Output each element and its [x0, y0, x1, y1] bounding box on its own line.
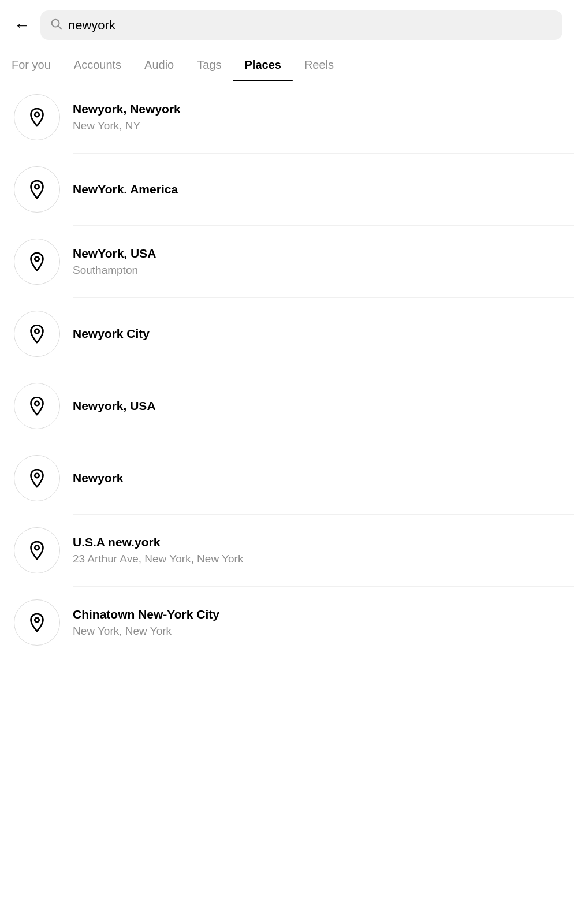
search-bar[interactable] — [40, 10, 562, 40]
place-icon-circle — [14, 455, 60, 501]
result-title: Chinatown New-York City — [73, 606, 560, 622]
tab-accounts[interactable]: Accounts — [62, 48, 133, 81]
list-item[interactable]: Newyork, NewyorkNew York, NY — [0, 81, 574, 153]
result-title: Newyork, Newyork — [73, 101, 560, 117]
result-text: Newyork, NewyorkNew York, NY — [73, 101, 560, 133]
result-subtitle: New York, NY — [73, 119, 560, 133]
svg-point-6 — [35, 401, 39, 406]
location-pin-icon — [27, 323, 47, 344]
result-subtitle: New York, New York — [73, 624, 560, 639]
location-pin-icon — [27, 396, 47, 416]
svg-point-4 — [35, 257, 39, 262]
svg-point-2 — [35, 113, 39, 117]
result-title: Newyork — [73, 470, 560, 486]
place-icon-circle — [14, 599, 60, 646]
place-icon-circle — [14, 527, 60, 573]
result-title: U.S.A new.york — [73, 534, 560, 550]
svg-point-9 — [35, 618, 39, 623]
place-icon-circle — [14, 166, 60, 213]
place-icon-circle — [14, 94, 60, 140]
back-arrow-icon: ← — [14, 17, 30, 33]
list-item[interactable]: Newyork, USA — [0, 370, 574, 442]
result-title: NewYork. America — [73, 181, 560, 197]
result-title: NewYork, USA — [73, 245, 560, 261]
place-icon-circle — [14, 311, 60, 357]
search-icon — [50, 17, 62, 33]
place-icon-circle — [14, 239, 60, 285]
svg-point-5 — [35, 329, 39, 334]
search-input[interactable] — [68, 18, 553, 33]
location-pin-icon — [27, 612, 47, 633]
location-pin-icon — [27, 540, 47, 561]
result-text: Newyork, USA — [73, 398, 560, 413]
location-pin-icon — [27, 468, 47, 489]
result-text: NewYork, USASouthampton — [73, 245, 560, 278]
tab-tags[interactable]: Tags — [185, 48, 233, 81]
tabs-bar: For you Accounts Audio Tags Places Reels — [0, 48, 574, 81]
list-item[interactable]: NewYork, USASouthampton — [0, 226, 574, 297]
back-button[interactable]: ← — [12, 15, 32, 36]
list-item[interactable]: U.S.A new.york23 Arthur Ave, New York, N… — [0, 515, 574, 586]
tab-for-you[interactable]: For you — [0, 48, 62, 81]
result-text: U.S.A new.york23 Arthur Ave, New York, N… — [73, 534, 560, 567]
location-pin-icon — [27, 107, 47, 128]
result-subtitle: Southampton — [73, 263, 560, 278]
list-item[interactable]: Newyork — [0, 442, 574, 514]
result-text: Chinatown New-York CityNew York, New Yor… — [73, 606, 560, 639]
svg-point-3 — [35, 185, 39, 189]
header: ← — [0, 0, 574, 48]
result-title: Newyork, USA — [73, 398, 560, 413]
places-results-list: Newyork, NewyorkNew York, NY NewYork. Am… — [0, 81, 574, 658]
result-subtitle: 23 Arthur Ave, New York, New York — [73, 552, 560, 567]
location-pin-icon — [27, 251, 47, 272]
list-item[interactable]: Chinatown New-York CityNew York, New Yor… — [0, 587, 574, 658]
place-icon-circle — [14, 383, 60, 429]
result-text: Newyork — [73, 470, 560, 486]
result-title: Newyork City — [73, 326, 560, 341]
tab-audio[interactable]: Audio — [133, 48, 185, 81]
svg-line-1 — [58, 26, 61, 29]
result-text: Newyork City — [73, 326, 560, 341]
list-item[interactable]: Newyork City — [0, 298, 574, 370]
result-text: NewYork. America — [73, 181, 560, 197]
tab-reels[interactable]: Reels — [293, 48, 345, 81]
svg-point-8 — [35, 546, 39, 550]
svg-point-7 — [35, 474, 39, 478]
tab-places[interactable]: Places — [233, 48, 292, 81]
list-item[interactable]: NewYork. America — [0, 154, 574, 225]
location-pin-icon — [27, 179, 47, 200]
